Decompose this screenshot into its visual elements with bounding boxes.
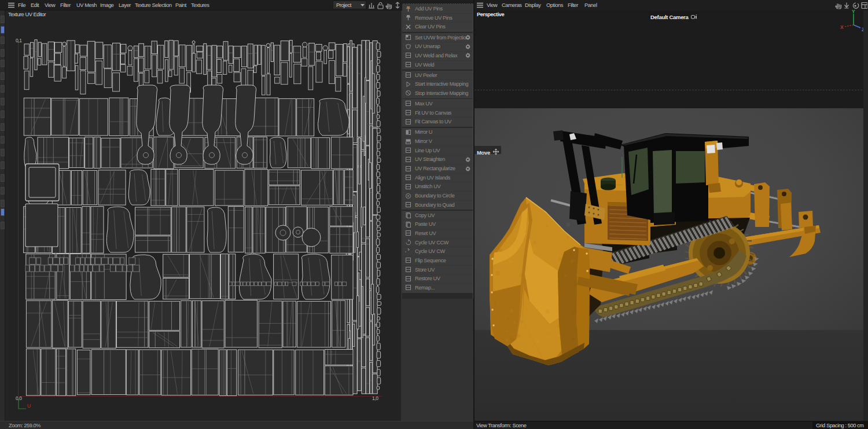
svg-text:U: U — [27, 403, 31, 409]
